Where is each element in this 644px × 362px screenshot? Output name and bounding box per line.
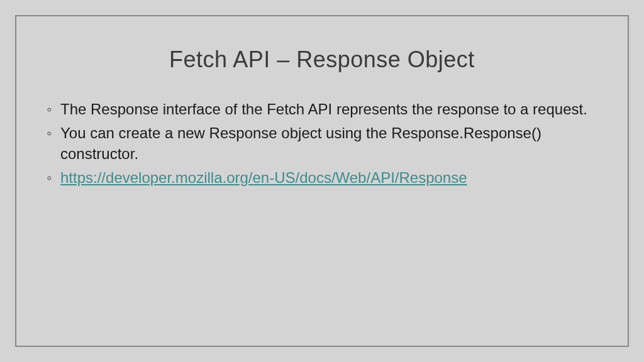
bullet-link[interactable]: https://developer.mozilla.org/en-US/docs…: [60, 169, 467, 186]
slide-container: Fetch API – Response Object The Response…: [0, 0, 644, 362]
bullet-item: The Response interface of the Fetch API …: [47, 99, 597, 119]
bullet-text: You can create a new Response object usi…: [60, 124, 541, 162]
bullet-item: You can create a new Response object usi…: [47, 123, 597, 164]
bullet-list: The Response interface of the Fetch API …: [47, 99, 597, 189]
slide-inner-frame: Fetch API – Response Object The Response…: [15, 15, 629, 347]
bullet-item: https://developer.mozilla.org/en-US/docs…: [47, 168, 597, 188]
bullet-text: The Response interface of the Fetch API …: [60, 101, 587, 118]
slide-title: Fetch API – Response Object: [47, 47, 597, 73]
